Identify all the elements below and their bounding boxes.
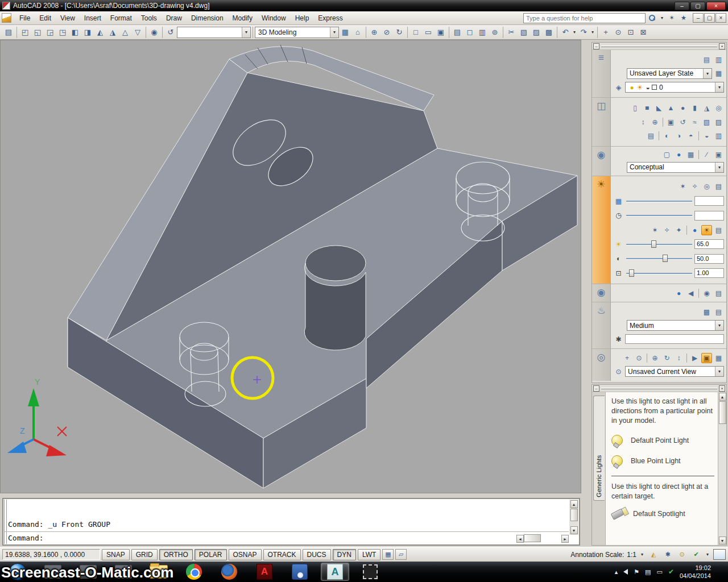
my-workspace-button[interactable]: ⌂ xyxy=(351,26,364,39)
view-bottom-button[interactable]: ◱ xyxy=(31,26,44,39)
contrast-slider[interactable] xyxy=(625,254,693,263)
match-properties-button[interactable]: ▩ xyxy=(543,26,555,39)
view-back-button[interactable]: ◨ xyxy=(81,26,94,39)
annotation-auto-icon[interactable]: ✱ xyxy=(662,549,673,560)
brightness-slider[interactable] xyxy=(625,240,693,249)
view-front-button[interactable]: ◧ xyxy=(69,26,81,39)
taskbar-chrome[interactable] xyxy=(180,563,208,581)
ne-isometric-button[interactable]: △ xyxy=(119,26,131,39)
nav-pan-icon[interactable]: + xyxy=(622,353,632,363)
sun-date-field[interactable] xyxy=(694,196,724,206)
drawing-canvas[interactable]: Y Z xyxy=(0,40,581,493)
coordinates-display[interactable]: 19.6388, 39.1600 , 0.0000 xyxy=(2,549,100,560)
sun-date-slider[interactable] xyxy=(625,197,693,206)
light-glyph-icon-3[interactable]: ✦ xyxy=(673,225,684,235)
visual-style-dropdown[interactable]: Conceptual ▾ xyxy=(627,162,724,173)
sun-date-icon[interactable]: ▦ xyxy=(613,196,624,206)
scroll-down-icon[interactable]: ▼ xyxy=(719,537,726,544)
toolbar-lock-icon[interactable]: ⊙ xyxy=(676,549,688,560)
menu-dimension[interactable]: Dimension xyxy=(187,13,228,24)
toggle-polar[interactable]: POLAR xyxy=(195,549,227,560)
extract-edges-icon[interactable]: ▤ xyxy=(646,131,656,141)
vs-edge-icon[interactable]: ∕ xyxy=(701,149,712,160)
render-quality-dropdown[interactable]: Medium ▾ xyxy=(627,320,724,331)
light-glyph-icon-1[interactable]: ✶ xyxy=(650,225,660,235)
vs-realistic-icon[interactable]: ● xyxy=(673,149,684,160)
create-point-light-icon[interactable]: ✶ xyxy=(677,181,688,192)
menu-express[interactable]: Express xyxy=(313,13,347,24)
command-input-line[interactable]: Command: xyxy=(8,534,44,543)
pan-button[interactable]: + xyxy=(599,26,612,39)
check-icon[interactable]: ▥ xyxy=(713,131,724,141)
restore-view-icon[interactable]: ⊙ xyxy=(613,367,624,377)
tab-generic-lights[interactable]: Generic Lights xyxy=(593,396,605,501)
vs-face-icon[interactable]: ▣ xyxy=(713,149,724,160)
scroll-up-icon[interactable]: ▲ xyxy=(570,500,578,508)
cut-button[interactable]: ✂ xyxy=(505,26,518,39)
nav-walk-icon[interactable]: ↕ xyxy=(673,353,684,363)
close-button[interactable]: × xyxy=(706,2,726,10)
taskbar-adobe-reader[interactable]: A xyxy=(250,563,279,581)
toggle-lwt[interactable]: LWT xyxy=(358,549,380,560)
taskbar-snipping-tool[interactable] xyxy=(356,563,384,581)
menu-modify[interactable]: Modify xyxy=(228,13,257,24)
torus-icon[interactable]: ◎ xyxy=(713,103,724,113)
zoom-realtime-button[interactable]: ⊙ xyxy=(612,26,624,39)
clean-screen-button[interactable] xyxy=(713,549,726,560)
annotation-visibility-icon[interactable]: ◭ xyxy=(648,549,659,560)
layers-panel-icon[interactable]: ≡ xyxy=(598,52,604,97)
toggle-dyn[interactable]: DYN xyxy=(333,549,356,560)
layer-edit-icon[interactable]: ◈ xyxy=(613,82,624,93)
sun-status-icon[interactable]: ◎ xyxy=(701,181,712,192)
help-search-input[interactable] xyxy=(524,15,645,22)
pyramid-icon[interactable]: ◮ xyxy=(701,103,712,113)
geographic-location-icon[interactable]: ● xyxy=(689,225,700,235)
nav-zoom-icon[interactable]: ⊙ xyxy=(634,353,644,363)
trusted-autodesk-icon[interactable]: ✔ xyxy=(690,549,702,560)
contrast-icon[interactable]: ◐ xyxy=(613,253,624,264)
sweep-icon[interactable]: ▧ xyxy=(701,117,712,127)
light-list-icon[interactable]: ▤ xyxy=(713,181,724,192)
tray-show-hidden-icon[interactable]: ▴ xyxy=(615,568,618,576)
undo-button[interactable]: ↶ xyxy=(559,26,572,39)
material-list-icon[interactable]: ▤ xyxy=(713,288,724,298)
workspace-dropdown[interactable]: 3D Modeling▾ xyxy=(255,27,339,38)
create-spot-light-icon[interactable]: ✧ xyxy=(689,181,700,192)
slice-icon[interactable]: ▨ xyxy=(713,117,724,127)
redo-dropdown-icon[interactable]: ▾ xyxy=(590,30,595,35)
command-window[interactable]: Command: _u Front GROUP Command: _u ERAS… xyxy=(2,498,580,546)
toggle-osnap[interactable]: OSNAP xyxy=(229,549,262,560)
loft-icon[interactable]: ≈ xyxy=(689,117,700,127)
network-flag-icon[interactable]: ⚑ xyxy=(634,568,639,576)
midtones-icon[interactable]: ⊡ xyxy=(613,268,624,278)
3d-rotate-icon[interactable]: ⊕ xyxy=(650,117,660,127)
maximize-button[interactable]: ▢ xyxy=(690,2,705,10)
qnew-button[interactable]: □ xyxy=(410,26,422,39)
zoom-previous-button[interactable]: ⊠ xyxy=(637,26,650,39)
union-icon[interactable]: ◐ xyxy=(661,131,672,141)
light-glyph-icon-2[interactable]: ✧ xyxy=(661,225,672,235)
menu-insert[interactable]: Insert xyxy=(80,13,106,24)
taskbar-clock[interactable]: 19:02 04/04/2014 xyxy=(680,564,714,580)
taskbar-screen-recorder[interactable] xyxy=(286,563,314,581)
minimize-button[interactable]: – xyxy=(675,2,689,10)
cylinder-icon[interactable]: ▮ xyxy=(689,103,700,113)
named-view-update-button[interactable]: ↺ xyxy=(164,26,177,39)
doc-close-button[interactable]: × xyxy=(715,13,726,23)
view-left-button[interactable]: ◲ xyxy=(44,26,56,39)
continuous-orbit-button[interactable]: ↻ xyxy=(393,26,406,39)
menu-view[interactable]: View xyxy=(56,13,80,24)
sun-time-icon[interactable]: ◷ xyxy=(613,210,624,221)
security-icon[interactable]: ✔ xyxy=(668,568,674,576)
menu-edit[interactable]: Edit xyxy=(35,13,56,24)
materials-editor-icon[interactable]: ● xyxy=(673,288,684,298)
scrollbar-thumb[interactable] xyxy=(524,534,541,542)
doc-minimize-button[interactable]: – xyxy=(693,13,704,23)
redo-button[interactable]: ↷ xyxy=(577,26,590,39)
toggle-snap[interactable]: SNAP xyxy=(102,549,130,560)
scroll-left-icon[interactable]: ◄ xyxy=(516,535,524,543)
menu-file[interactable]: File xyxy=(15,13,35,24)
light-panel-icon[interactable]: ☀ xyxy=(597,178,605,284)
volume-icon[interactable] xyxy=(623,569,628,575)
list-item[interactable]: Default Point Light xyxy=(611,435,714,446)
